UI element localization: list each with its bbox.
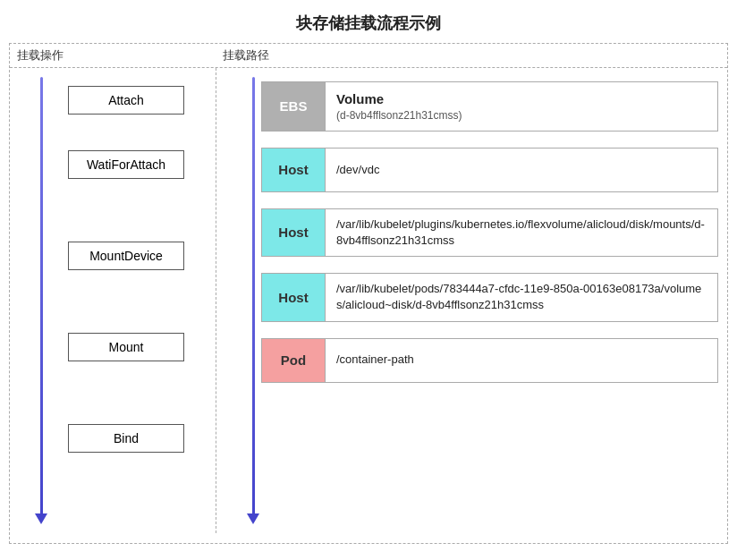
content-area: Attach WatiForAttach MountDevice Mount B… [10, 68, 727, 533]
host-dev-label: Host [262, 148, 325, 191]
path-col-header: 挂载路径 [223, 47, 727, 64]
pod-label: Pod [262, 339, 325, 382]
ops-arrow-line [40, 77, 43, 514]
diagram-container: 挂载操作 挂载路径 Attach WatiForAttach MountDevi… [9, 43, 728, 544]
path-entry-pod: Pod /container-path [261, 338, 718, 383]
host-flexvolume-label: Host [262, 209, 325, 256]
ebs-label: EBS [262, 82, 325, 131]
host-flexvolume-value: /var/lib/kubelet/plugins/kubernetes.io/f… [325, 209, 717, 256]
op-box-bind: Bind [68, 424, 184, 453]
path-arrow [250, 77, 256, 524]
path-entry-host-dev: Host /dev/vdc [261, 148, 718, 192]
op-box-mount: Mount [68, 333, 184, 361]
host-pods-value: /var/lib/kubelet/pods/783444a7-cfdc-11e9… [325, 274, 717, 320]
pod-value: /container-path [325, 339, 717, 382]
op-box-wait-for-attach: WatiForAttach [68, 150, 184, 179]
path-entry-host-flexvolume: Host /var/lib/kubelet/plugins/kubernetes… [261, 208, 718, 257]
ops-arrow [38, 77, 44, 524]
column-headers: 挂载操作 挂载路径 [10, 44, 727, 68]
volume-title: Volume [336, 89, 462, 108]
op-box-attach: Attach [68, 86, 184, 115]
path-entry-ebs: EBS Volume (d-8vb4fflsonz21h31cmss) [261, 81, 718, 132]
path-arrow-head [247, 513, 259, 524]
ebs-value: Volume (d-8vb4fflsonz21h31cmss) [325, 82, 717, 131]
ops-arrow-head [35, 513, 47, 524]
path-arrow-line [252, 77, 255, 514]
op-box-mount-device: MountDevice [68, 242, 184, 270]
path-items: EBS Volume (d-8vb4fflsonz21h31cmss) Host… [234, 77, 718, 383]
page-title: 块存储挂载流程示例 [0, 0, 737, 43]
volume-sub: (d-8vb4fflsonz21h31cmss) [336, 108, 462, 123]
host-dev-value: /dev/vdc [325, 148, 717, 191]
host-pods-label: Host [262, 274, 325, 320]
path-entry-host-pods: Host /var/lib/kubelet/pods/783444a7-cfdc… [261, 273, 718, 321]
path-column: EBS Volume (d-8vb4fflsonz21h31cmss) Host… [216, 68, 727, 533]
ops-col-header: 挂载操作 [17, 47, 223, 64]
ops-column: Attach WatiForAttach MountDevice Mount B… [10, 68, 216, 533]
